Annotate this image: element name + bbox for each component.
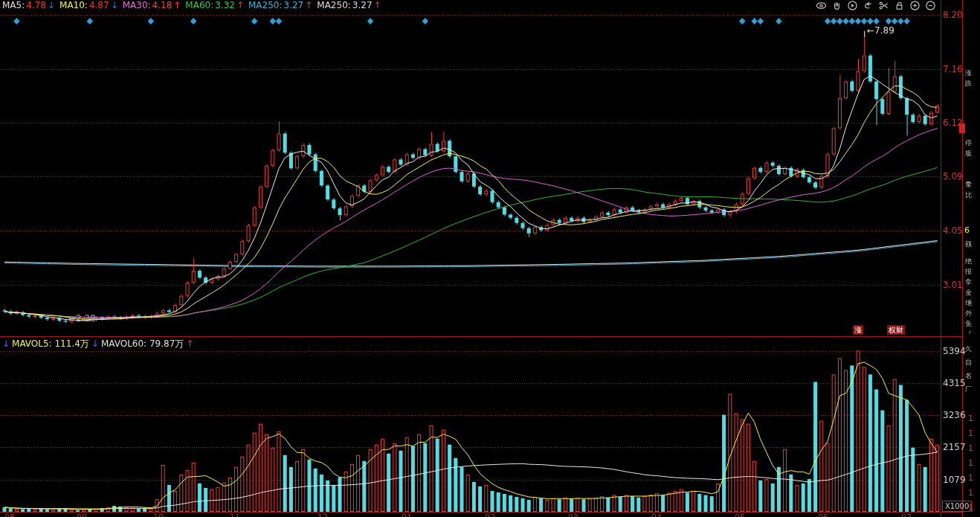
volume-legend-item: MAVOL5: 111.4万	[12, 338, 89, 349]
ma-legend-label: MA250:	[248, 0, 283, 10]
ma-legend-value: 3.27	[352, 0, 373, 10]
strip-digit: 1	[968, 414, 973, 423]
time-axis-label: 03	[568, 513, 578, 517]
strip-digit: 1	[968, 473, 973, 483]
ma-legend-label: MA60:	[185, 0, 213, 10]
strip-glyph: 跌	[965, 79, 972, 89]
strip-glyph: 厂	[965, 385, 972, 394]
volume-legend-item: ↓	[2, 338, 10, 349]
time-axis-label: 01	[402, 513, 412, 517]
strip-glyph: 金	[965, 288, 972, 298]
strip-digit: 1	[968, 443, 973, 453]
ma-legend-label: MA10:	[59, 0, 88, 10]
event-badge[interactable]: 涨	[853, 325, 863, 335]
strip-glyph: 量	[965, 180, 972, 190]
low-price-annotation: ←2.28	[68, 313, 96, 324]
time-axis-label: 06	[818, 513, 828, 517]
ma-legend-value: 4.78	[26, 0, 46, 10]
price-axis-label: 7.16	[943, 64, 963, 74]
price-axis-label: 5.09	[943, 171, 963, 182]
volume-axis-label: 5394	[943, 346, 966, 356]
volume-legend-item: MAVOL60: 79.87万	[101, 338, 184, 349]
strip-glyph: 『	[965, 330, 972, 339]
strip-digit: 1	[968, 488, 973, 498]
ma-legend-value: 3.32	[215, 0, 235, 10]
ma-legend-label: MA5:	[2, 0, 25, 10]
play-icon[interactable]	[846, 0, 859, 11]
volume-legend-item: ↓	[91, 338, 99, 349]
time-axis-label: 09	[77, 513, 87, 517]
ma-legend: MA5: 4.78↓MA10: 4.87↓MA30: 4.18↑MA60: 3.…	[2, 0, 386, 10]
scissors-icon[interactable]	[877, 0, 890, 11]
strip-number: 6	[964, 225, 970, 235]
strip-glyph: 名	[965, 371, 972, 381]
volume-legend-item: ↑	[186, 338, 193, 349]
zoom-out-icon[interactable]	[924, 0, 937, 11]
ma-legend-label: MA30:	[123, 0, 151, 10]
strip-glyph: 拿	[965, 277, 972, 287]
time-axis-label: 10	[153, 513, 164, 517]
volume-axis-label: 3236	[943, 410, 966, 420]
eye-icon[interactable]	[815, 0, 828, 11]
strip-glyph: 自	[965, 358, 972, 367]
strip-glyph: 外	[965, 309, 972, 318]
strip-glyph: 额	[965, 240, 972, 249]
time-axis-label: 04	[651, 513, 662, 517]
time-axis-label: 05	[735, 513, 745, 517]
strip-glyph: 报	[965, 267, 972, 277]
time-axis-label: 12	[317, 513, 328, 517]
price-axis-label: 3.01	[943, 280, 963, 290]
zoom-in-icon[interactable]	[909, 0, 921, 11]
ma-trend-arrow-icon: ↑	[374, 0, 381, 10]
undo-icon[interactable]	[862, 0, 874, 11]
strip-digit: 1	[968, 503, 973, 513]
strip-glyph: 比	[965, 190, 972, 200]
strip-glyph: 鱼	[965, 319, 972, 329]
chart-toolbar	[815, 0, 937, 11]
strip-glyph: 涨	[965, 68, 972, 78]
lock-icon[interactable]	[893, 0, 906, 11]
ma-legend-value: 3.27	[284, 0, 304, 10]
strip-glyph: 绝	[965, 257, 972, 266]
strip-glyph: 板	[965, 149, 972, 158]
high-price-annotation: ←7.89	[867, 25, 894, 36]
time-axis-label: 02	[485, 513, 495, 517]
strip-glyph: 久	[965, 344, 972, 354]
scrollbar-thumb[interactable]	[959, 123, 965, 133]
time-axis-label: 11	[230, 513, 240, 517]
ma-trend-arrow-icon: ↑	[236, 0, 244, 10]
ma-trend-arrow-icon: ↑	[305, 0, 312, 10]
right-side-strip[interactable]: 涨跌停板量比额绝报拿金继外鱼『久自名厂61111111	[963, 0, 980, 517]
hand-icon[interactable]	[831, 0, 843, 11]
stock-chart-app: MA5: 4.78↓MA10: 4.87↓MA30: 4.18↑MA60: 3.…	[0, 0, 980, 517]
volume-axis-label: 4315	[943, 378, 966, 388]
ma-trend-arrow-icon: ↑	[173, 0, 181, 10]
volume-legend: ↓MAVOL5: 111.4万↓MAVOL60: 79.87万↑	[2, 338, 196, 349]
strip-digit: 1	[968, 428, 973, 438]
price-axis-label: 4.05	[943, 225, 963, 236]
price-axis-label: 8.20	[943, 10, 963, 20]
volume-axis-label: 1079	[943, 475, 966, 485]
ma-legend-value: 4.87	[89, 0, 109, 10]
time-axis-label: 07	[901, 513, 912, 517]
time-axis-label: 08	[4, 513, 15, 517]
strip-digit: 1	[968, 458, 973, 468]
volume-axis-label: 2157	[943, 442, 966, 452]
kline-chart-canvas[interactable]	[0, 0, 980, 517]
event-badge[interactable]: 权财	[887, 325, 905, 335]
ma-trend-arrow-icon: ↓	[111, 0, 118, 10]
ma-legend-label: MA250:	[317, 0, 351, 10]
ma-trend-arrow-icon: ↓	[48, 0, 55, 10]
strip-glyph: 停	[965, 138, 972, 148]
strip-glyph: 继	[965, 298, 972, 308]
ma-legend-value: 4.18	[152, 0, 173, 10]
